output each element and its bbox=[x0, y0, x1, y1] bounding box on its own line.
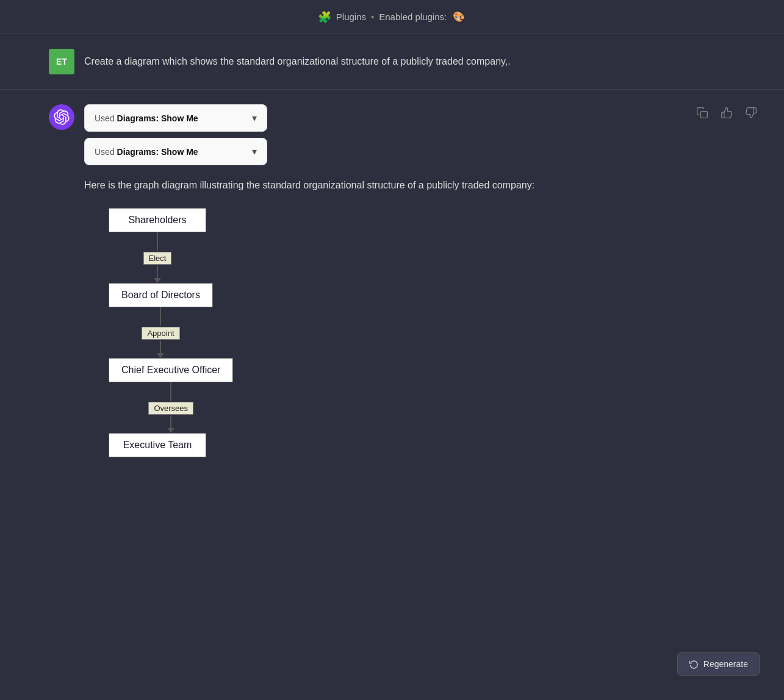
svg-rect-0 bbox=[701, 112, 708, 118]
ceo-block: Chief Executive Officer Oversees bbox=[109, 358, 233, 433]
regenerate-label: Regenerate bbox=[703, 659, 748, 669]
thumbs-down-button[interactable] bbox=[743, 104, 760, 121]
chevron-down-icon-1: ▾ bbox=[252, 112, 257, 124]
board-node: Board of Directors bbox=[109, 283, 213, 307]
user-message-section: ET Create a diagram which shows the stan… bbox=[0, 34, 784, 90]
line-4 bbox=[160, 341, 161, 353]
header-dot: • bbox=[371, 12, 374, 22]
arrow-2 bbox=[157, 353, 164, 358]
plugin-dropdown-1-label: Used Diagrams: Show Me bbox=[95, 113, 198, 123]
user-avatar: ET bbox=[49, 49, 74, 74]
line-5 bbox=[170, 382, 171, 401]
arrow-3 bbox=[167, 428, 174, 433]
ai-content: Used Diagrams: Show Me ▾ Used Diagrams: … bbox=[84, 104, 735, 457]
ai-avatar bbox=[49, 104, 74, 130]
org-chart: Shareholders Elect Board of Directors Ap… bbox=[109, 208, 735, 457]
line-2 bbox=[157, 266, 158, 278]
plugin-dropdown-2-bold: Diagrams: Show Me bbox=[117, 147, 198, 157]
oversees-label: Oversees bbox=[148, 402, 193, 415]
ai-response-section: Used Diagrams: Show Me ▾ Used Diagrams: … bbox=[0, 90, 784, 472]
action-buttons bbox=[694, 104, 760, 121]
response-text: Here is the graph diagram illustrating t… bbox=[84, 177, 735, 193]
plugin-dropdown-1-bold: Diagrams: Show Me bbox=[117, 113, 198, 123]
plugins-label: Plugins bbox=[336, 12, 366, 22]
ceo-node: Chief Executive Officer bbox=[109, 358, 233, 382]
appoint-label: Appoint bbox=[142, 327, 179, 340]
regenerate-button[interactable]: Regenerate bbox=[677, 652, 760, 676]
enabled-plugins-label: Enabled plugins: bbox=[379, 12, 447, 22]
exec-team-node: Executive Team bbox=[109, 433, 206, 457]
plugin-dropdown-1[interactable]: Used Diagrams: Show Me ▾ bbox=[84, 104, 267, 132]
line-1 bbox=[157, 232, 158, 251]
elect-label: Elect bbox=[143, 252, 172, 265]
chevron-down-icon-2: ▾ bbox=[252, 146, 257, 157]
user-message-text: Create a diagram which shows the standar… bbox=[84, 49, 511, 70]
shareholders-block: Shareholders Elect bbox=[109, 208, 206, 283]
arrow-1 bbox=[154, 278, 161, 283]
line-3 bbox=[160, 307, 161, 326]
plugin-dropdown-2-label: Used Diagrams: Show Me bbox=[95, 147, 198, 157]
header: 🧩 Plugins • Enabled plugins: 🎨 bbox=[0, 0, 784, 34]
thumbs-up-button[interactable] bbox=[718, 104, 735, 121]
board-block: Board of Directors Appoint bbox=[109, 283, 213, 358]
exec-team-block: Executive Team bbox=[109, 433, 206, 457]
shareholders-node: Shareholders bbox=[109, 208, 206, 232]
puzzle-icon: 🧩 bbox=[318, 10, 331, 24]
line-6 bbox=[170, 416, 171, 428]
plugin-dropdown-2[interactable]: Used Diagrams: Show Me ▾ bbox=[84, 138, 267, 165]
enabled-plugin-icon: 🎨 bbox=[451, 10, 466, 24]
copy-button[interactable] bbox=[694, 104, 711, 121]
